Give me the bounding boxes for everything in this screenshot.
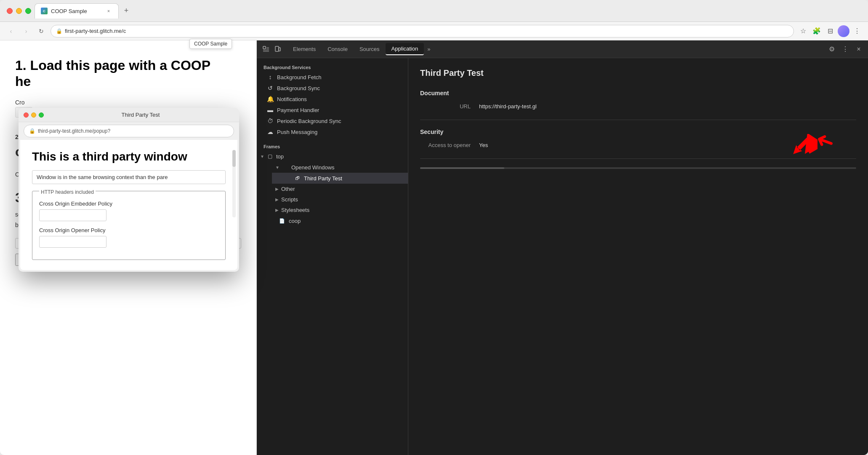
popup-scrollbar-thumb [232, 150, 236, 167]
profile-avatar[interactable] [838, 25, 849, 37]
background-services-header: Background Services [257, 62, 408, 72]
sidebar-item-periodic-background-sync[interactable]: ⏱ Periodic Background Sync [257, 115, 408, 126]
frames-header: Frames [257, 141, 408, 151]
popup-close-button[interactable] [24, 112, 29, 118]
opened-windows-expand-icon: ▼ [275, 165, 280, 170]
frame-icon: ▢ [267, 153, 274, 160]
tab-application[interactable]: Application [386, 43, 424, 55]
coep-input[interactable] [39, 209, 107, 221]
new-tab-button[interactable]: + [120, 5, 132, 17]
bookmark-button[interactable]: ☆ [797, 25, 809, 37]
cross-origin-text: Cro [15, 98, 241, 107]
opened-windows-icon [282, 164, 289, 171]
url-value: https://third-party-test.gl [479, 103, 537, 110]
periodic-sync-icon: ⏱ [267, 118, 274, 124]
close-traffic-light[interactable] [7, 8, 13, 14]
access-to-opener-value: Yes [479, 142, 488, 148]
popup-maximize-button[interactable] [39, 112, 44, 118]
notifications-icon: 🔔 [267, 96, 274, 102]
sidebar-item-notifications[interactable]: 🔔 Notifications [257, 94, 408, 104]
sidebar-item-background-sync[interactable]: ↺ Background Sync [257, 83, 408, 94]
scripts-group: ▶ Scripts [257, 194, 408, 205]
content-area: 1. Load this page with a COOP he Cro htt… [0, 40, 868, 455]
scrollbar-indicator [420, 167, 856, 169]
devtools-settings-icon[interactable]: ⚙ [826, 43, 838, 55]
more-menu-button[interactable]: ⋮ [851, 25, 863, 37]
nav-right-controls: ☆ 🧩 ⊟ ⋮ [797, 25, 863, 37]
back-button[interactable]: ‹ [5, 25, 17, 37]
other-group: ▶ Other [257, 184, 408, 194]
scrollbar-thumb[interactable] [420, 167, 504, 169]
devtools-tab-bar: Elements Console Sources Application » ⚙… [257, 40, 868, 58]
popup-heading: This is a third party window [32, 150, 226, 163]
sidebar-item-third-party-test[interactable]: 🗗 Third Party Test [272, 173, 408, 184]
popup-address-bar[interactable]: 🔒 third-party-test.glitch.me/popup? [24, 125, 234, 137]
tab-sources[interactable]: Sources [354, 43, 386, 55]
tab-elements[interactable]: Elements [287, 43, 322, 55]
coop-label: coop [289, 218, 301, 224]
payment-handler-label: Payment Handler [277, 107, 319, 113]
popup-lock-icon: 🔒 [29, 128, 35, 134]
other-expand-icon: ▶ [275, 187, 279, 191]
third-party-test-label: Third Party Test [304, 175, 342, 182]
stylesheets-group: ▶ Stylesheets [257, 205, 408, 215]
sidebar-item-push-messaging[interactable]: ☁ Push Messaging [257, 126, 408, 137]
window-page-icon: 🗗 [294, 175, 301, 182]
lock-icon: 🔒 [56, 28, 62, 34]
cast-button[interactable]: ⊟ [824, 25, 836, 37]
address-bar[interactable]: 🔒 first-party-test.glitch.me/c [51, 25, 794, 37]
stylesheets-header[interactable]: ▶ Stylesheets [272, 205, 408, 215]
periodic-sync-label: Periodic Background Sync [277, 118, 341, 124]
popup-title-bar: Third Party Test [19, 108, 239, 122]
more-tabs-button[interactable]: » [424, 46, 434, 52]
sidebar-item-coop[interactable]: 📄 coop [257, 215, 408, 226]
scripts-header[interactable]: ▶ Scripts [272, 194, 408, 205]
sidebar-item-background-fetch[interactable]: ↕ Background Fetch [257, 72, 408, 83]
coop-input[interactable] [39, 236, 107, 248]
coep-label: Cross Origin Embedder Policy [39, 201, 218, 207]
notifications-label: Notifications [277, 96, 307, 102]
address-text: first-party-test.glitch.me/c [65, 28, 126, 34]
other-header[interactable]: ▶ Other [272, 184, 408, 194]
scripts-expand-icon: ▶ [275, 197, 279, 202]
popup-scrollbar[interactable] [232, 150, 236, 217]
top-frame-group[interactable]: ▼ ▢ top [257, 151, 408, 162]
address-tooltip: COOP Sample [189, 39, 232, 49]
coep-field: Cross Origin Embedder Policy [39, 201, 218, 221]
tab-favicon: C [41, 8, 48, 14]
minimize-traffic-light[interactable] [16, 8, 22, 14]
devtools-close-icon[interactable]: × [853, 43, 865, 55]
devtools-inspect-icon[interactable] [260, 43, 272, 55]
svg-rect-1 [275, 46, 279, 51]
title-bar: C COOP Sample × + [0, 0, 868, 22]
navigation-bar: ‹ › ↻ 🔒 first-party-test.glitch.me/c COO… [0, 22, 868, 40]
reload-button[interactable]: ↻ [35, 25, 47, 37]
popup-minimize-button[interactable] [31, 112, 36, 118]
tab-title: COOP Sample [51, 8, 87, 14]
maximize-traffic-light[interactable] [25, 8, 31, 14]
forward-button[interactable]: › [20, 25, 32, 37]
background-sync-icon: ↺ [267, 85, 274, 91]
devtools-panel: Elements Console Sources Application » ⚙… [257, 40, 868, 455]
devtools-device-icon[interactable] [272, 43, 284, 55]
sidebar-item-payment-handler[interactable]: ▬ Payment Handler [257, 104, 408, 115]
opened-windows-header[interactable]: ▼ Opened Windows [272, 162, 408, 173]
active-tab[interactable]: C COOP Sample × [35, 3, 119, 19]
tab-console[interactable]: Console [322, 43, 354, 55]
devtools-body: Background Services ↕ Background Fetch ↺… [257, 58, 868, 455]
tab-close-button[interactable]: × [105, 7, 112, 15]
devtools-sidebar: Background Services ↕ Background Fetch ↺… [257, 58, 408, 455]
page-heading: 1. Load this page with a COOP he [15, 57, 241, 90]
background-fetch-icon: ↕ [267, 74, 274, 80]
devtools-more-icon[interactable]: ⋮ [839, 43, 851, 55]
coop-field: Cross Origin Opener Policy [39, 227, 218, 248]
popup-body: This is a third party window Window is i… [20, 140, 237, 270]
url-row: URL https://third-party-test.gl [420, 103, 856, 110]
background-fetch-label: Background Fetch [277, 74, 322, 80]
divider-1 [420, 120, 856, 120]
payment-handler-icon: ▬ [267, 107, 274, 113]
svg-rect-2 [279, 48, 280, 51]
popup-message: Window is in the same browsing context t… [32, 170, 226, 184]
popup-address-text: third-party-test.glitch.me/popup? [38, 128, 110, 134]
extension-button[interactable]: 🧩 [811, 25, 823, 37]
